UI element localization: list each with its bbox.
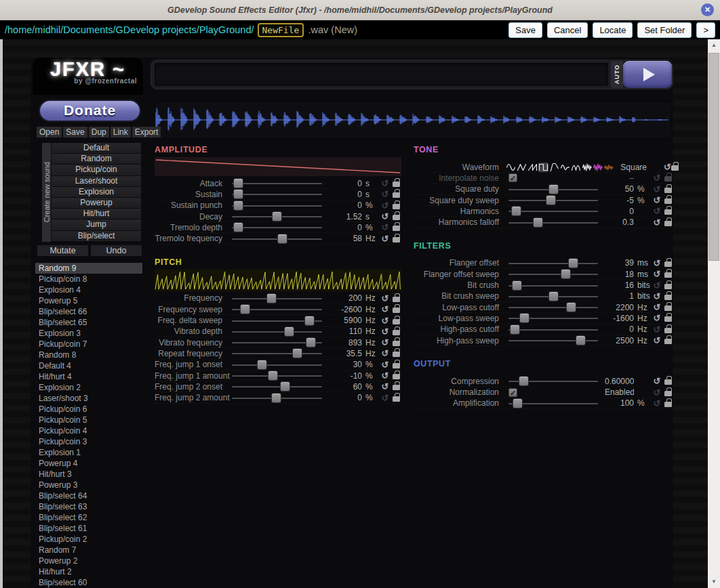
waveform-brownnoise-icon[interactable] (603, 163, 614, 172)
reset-icon[interactable]: ↺ (379, 304, 391, 314)
lock-icon[interactable] (391, 372, 401, 379)
slider-thumb[interactable] (284, 327, 294, 337)
slider-thumb[interactable] (257, 360, 267, 370)
preset-powerup[interactable]: Powerup (52, 198, 141, 208)
slider-thumb[interactable] (268, 371, 278, 381)
amplification-slider[interactable] (508, 398, 598, 408)
decay-slider[interactable] (232, 211, 322, 222)
undo-button[interactable]: Undo (91, 245, 142, 256)
waveform-square-icon[interactable] (538, 163, 548, 172)
close-icon[interactable]: ✕ (701, 3, 714, 16)
bit-crush-sweep-slider[interactable] (508, 291, 598, 301)
slider-thumb[interactable] (272, 211, 282, 222)
harmonics-falloff-slider[interactable] (508, 217, 598, 228)
reset-icon[interactable]: ↺ (379, 189, 391, 199)
sound-item-pickup-coin-8[interactable]: Pickup/coin 8 (35, 274, 142, 285)
autoplay-toggle[interactable]: AUTO (611, 61, 623, 88)
sound-item-pickup-coin-3[interactable]: Pickup/coin 3 (35, 436, 142, 447)
waveform-breaker-icon[interactable] (571, 163, 581, 172)
harmonics-slider[interactable] (508, 206, 598, 216)
freq-jump-1-onset-slider[interactable] (232, 360, 322, 370)
more-button[interactable]: > (696, 22, 715, 38)
frequency-sweep-slider[interactable] (232, 304, 322, 314)
slider-thumb[interactable] (233, 189, 243, 199)
slider-thumb[interactable] (271, 393, 281, 403)
reset-icon[interactable]: ↺ (379, 360, 391, 370)
reset-icon[interactable]: ↺ (651, 217, 663, 228)
vibrato-frequency-slider[interactable] (232, 337, 322, 348)
export-action[interactable]: Export (132, 127, 161, 138)
reset-icon[interactable]: ↺ (379, 381, 391, 392)
lock-icon[interactable] (663, 259, 673, 267)
preset-blip-select[interactable]: Blip/select (52, 231, 141, 241)
lock-icon[interactable] (391, 361, 401, 369)
slider-thumb[interactable] (510, 324, 520, 335)
slider-thumb[interactable] (266, 293, 277, 303)
preset-jump[interactable]: Jump (52, 219, 141, 230)
sound-item-pickup-coin-4[interactable]: Pickup/coin 4 (35, 425, 142, 436)
reset-icon[interactable]: ↺ (379, 393, 391, 403)
reset-icon[interactable]: ↺ (651, 291, 663, 301)
slider-thumb[interactable] (519, 376, 529, 386)
lock-icon[interactable] (663, 196, 673, 204)
lock-icon[interactable] (663, 207, 673, 215)
low-pass-sweep-slider[interactable] (508, 313, 598, 323)
waveform-sine-icon[interactable] (506, 163, 516, 172)
lock-icon[interactable] (391, 339, 401, 346)
sustain-punch-slider[interactable] (232, 201, 322, 211)
reset-icon[interactable]: ↺ (651, 376, 663, 386)
reset-icon[interactable]: ↺ (651, 335, 663, 345)
sound-item-random-7[interactable]: Random 7 (35, 545, 142, 555)
reset-icon[interactable]: ↺ (651, 387, 663, 398)
play-button[interactable] (623, 61, 672, 88)
lock-icon[interactable] (391, 180, 401, 187)
sound-item-powerup-5[interactable]: Powerup 5 (35, 295, 142, 306)
high-pass-sweep-slider[interactable] (508, 335, 598, 345)
slider-thumb[interactable] (548, 184, 559, 194)
repeat-frequency-slider[interactable] (232, 348, 322, 358)
lock-icon[interactable] (391, 350, 401, 357)
reset-icon[interactable]: ↺ (379, 222, 391, 232)
lock-icon[interactable] (663, 282, 673, 289)
waveform-pinknoise-icon[interactable] (593, 163, 603, 172)
reset-icon[interactable]: ↺ (379, 371, 391, 381)
lock-icon[interactable] (391, 224, 401, 231)
lock-icon[interactable] (391, 213, 401, 220)
sound-item-blip-select-62[interactable]: Blip/select 62 (35, 512, 142, 523)
interpolate-noise-checkbox[interactable]: ✓ (508, 173, 517, 182)
reset-icon[interactable]: ↺ (651, 184, 663, 194)
reset-icon[interactable]: ↺ (651, 398, 663, 408)
sound-item-hit-hurt-3[interactable]: Hit/hurt 3 (35, 469, 142, 480)
reset-icon[interactable]: ↺ (651, 302, 663, 312)
reset-icon[interactable]: ↺ (651, 173, 663, 183)
lock-icon[interactable] (663, 293, 673, 300)
lock-icon[interactable] (663, 219, 673, 226)
normalization-checkbox[interactable]: ✓ (508, 388, 517, 397)
lock-icon[interactable] (671, 163, 679, 171)
filename-input[interactable] (258, 23, 304, 37)
preset-laser-shoot[interactable]: Laser/shoot (52, 176, 141, 186)
lock-icon[interactable] (391, 317, 401, 324)
sound-item-blip-select-60[interactable]: Blip/select 60 (35, 577, 142, 588)
sound-item-hit-hurt-2[interactable]: Hit/hurt 2 (35, 566, 142, 577)
link-action[interactable]: Link (111, 127, 131, 138)
cancel-button[interactable]: Cancel (547, 22, 588, 38)
flanger-offset-slider[interactable] (508, 258, 598, 268)
lock-icon[interactable] (663, 326, 673, 333)
freq-jump-2-onset-slider[interactable] (232, 381, 322, 392)
lock-icon[interactable] (391, 235, 401, 243)
lock-icon[interactable] (663, 186, 673, 193)
sound-item-default-4[interactable]: Default 4 (35, 360, 142, 371)
mutate-button[interactable]: Mutate (37, 245, 88, 256)
flanger-offset-sweep-slider[interactable] (508, 269, 598, 279)
save-button[interactable]: Save (508, 22, 542, 38)
reset-icon[interactable]: ↺ (379, 234, 391, 244)
lock-icon[interactable] (663, 389, 673, 396)
sound-item-powerup-2[interactable]: Powerup 2 (35, 555, 142, 566)
slider-thumb[interactable] (566, 302, 576, 312)
lock-icon[interactable] (391, 190, 401, 198)
locate-button[interactable]: Locate (593, 22, 633, 38)
sound-item-laser-shoot-3[interactable]: Laser/shoot 3 (35, 393, 142, 404)
slider-thumb[interactable] (568, 258, 578, 268)
bit-crush-slider[interactable] (508, 280, 598, 291)
